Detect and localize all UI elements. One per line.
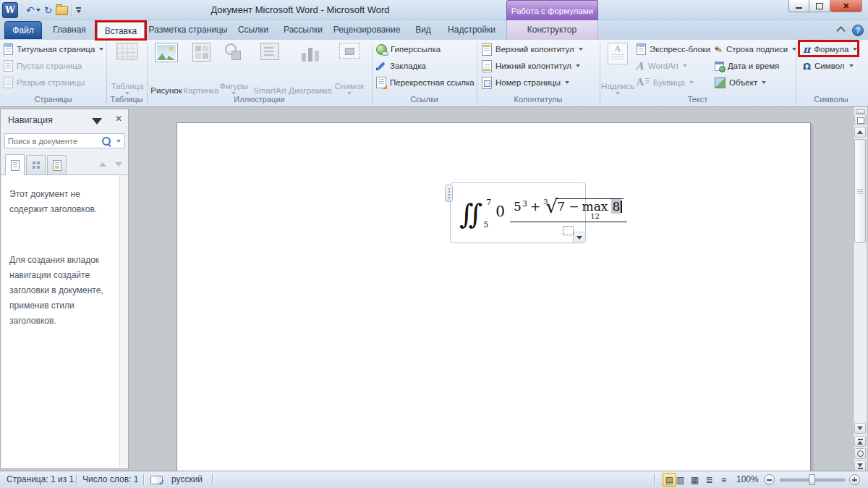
- navigation-hint-message: Для создания вкладок навигации создайте …: [9, 253, 111, 329]
- view-fullscreen-reading-button[interactable]: ▥: [673, 473, 687, 487]
- picture-button[interactable]: Рисунок: [148, 41, 185, 95]
- previous-page-button[interactable]: [854, 436, 866, 447]
- table-icon: [116, 43, 138, 60]
- tab-equation-design[interactable]: Конструктор: [512, 20, 592, 40]
- nav-tab-results[interactable]: [47, 155, 67, 174]
- radicand-prefix: 7 −: [557, 199, 579, 214]
- status-separator: [654, 474, 655, 485]
- ruler-toggle-button[interactable]: [854, 114, 866, 125]
- open-button[interactable]: [56, 6, 68, 15]
- tab-home[interactable]: Главная: [45, 20, 94, 40]
- navigation-pane: Навигация ✕ Этот документ не содержит за…: [0, 109, 129, 469]
- navigation-close-icon[interactable]: ✕: [115, 114, 122, 124]
- document-page[interactable]: ∬ 7 5 0 53+3√7 −max128: [177, 123, 810, 471]
- next-page-button[interactable]: [854, 460, 866, 471]
- tab-file[interactable]: Файл: [4, 21, 42, 39]
- equation-button[interactable]: π Формула: [803, 41, 857, 57]
- window-controls: ✕: [788, 0, 862, 12]
- view-draft-button[interactable]: ≡: [717, 473, 731, 487]
- tab-review[interactable]: Рецензирование: [330, 20, 404, 40]
- footer-button[interactable]: Нижний колонтитул: [482, 58, 580, 74]
- integral-upper-limit[interactable]: 7: [486, 198, 491, 207]
- signature-line-button[interactable]: ✎ Строка подписи: [715, 41, 796, 57]
- restore-button[interactable]: [809, 0, 830, 12]
- scroll-up-button[interactable]: [854, 127, 866, 138]
- equation-fraction[interactable]: 53+3√7 −max128: [510, 194, 627, 235]
- group-divider: [600, 42, 600, 103]
- chevron-down-icon: [683, 64, 687, 67]
- symbol-button[interactable]: Ω Символ: [803, 58, 854, 74]
- equation-content[interactable]: ∬ 7 5 0 53+3√7 −max128: [451, 183, 585, 243]
- split-handle[interactable]: [856, 109, 865, 114]
- scrollbar-thumb[interactable]: [854, 139, 866, 243]
- group-divider: [477, 42, 477, 103]
- vertical-scrollbar[interactable]: [853, 107, 867, 471]
- quick-parts-button[interactable]: Экспресс-блоки: [637, 41, 719, 57]
- undo-dropdown-icon[interactable]: [36, 9, 41, 12]
- word-count-indicator[interactable]: Число слов: 1: [82, 471, 138, 488]
- textbox-button: A Надпись: [602, 41, 634, 95]
- tab-insert[interactable]: Вставка: [97, 21, 145, 40]
- signature-line-label: Строка подписи: [726, 45, 788, 54]
- headings-view-icon: [11, 160, 20, 171]
- pi-icon: π: [803, 43, 810, 55]
- view-outline-button[interactable]: ≣: [702, 473, 716, 487]
- page-count-indicator[interactable]: Страница: 1 из 1: [7, 471, 74, 488]
- scroll-down-button[interactable]: [854, 423, 866, 434]
- screenshot-label: Снимок: [335, 82, 364, 91]
- navigation-scrollbar[interactable]: [119, 175, 127, 468]
- equation-object[interactable]: ∬ 7 5 0 53+3√7 −max128: [450, 182, 586, 243]
- collapse-ribbon-icon[interactable]: [836, 26, 846, 35]
- nav-tab-pages[interactable]: [26, 155, 46, 174]
- date-time-button[interactable]: Дата и время: [715, 58, 779, 74]
- ribbon-tab-row: Файл Главная Вставка Разметка страницы С…: [0, 20, 868, 40]
- tab-view[interactable]: Вид: [407, 20, 440, 40]
- nav-tab-headings[interactable]: [5, 154, 25, 175]
- cover-page-button[interactable]: Титульная страница: [4, 41, 103, 57]
- equation-coefficient[interactable]: 0: [495, 203, 505, 220]
- cross-reference-button[interactable]: Перекрестная ссылка: [376, 75, 475, 91]
- zoom-in-button[interactable]: [849, 474, 860, 485]
- search-icon[interactable]: [102, 137, 111, 146]
- table-label: Таблица: [111, 82, 143, 91]
- language-indicator[interactable]: русский: [171, 471, 203, 488]
- date-time-label: Дата и время: [728, 62, 779, 70]
- empty-placeholder-box[interactable]: [563, 226, 574, 235]
- zoom-level-indicator[interactable]: 100%: [736, 471, 759, 488]
- zoom-slider-thumb[interactable]: [809, 474, 815, 485]
- double-integral[interactable]: ∬ 7 5: [459, 201, 491, 228]
- page-number-button[interactable]: Номер страницы: [482, 75, 569, 91]
- chevron-down-icon: [792, 48, 796, 51]
- integral-lower-limit[interactable]: 5: [483, 220, 488, 230]
- zoom-out-button[interactable]: [764, 474, 775, 485]
- tab-addins[interactable]: Надстройки: [443, 20, 501, 40]
- selected-argument[interactable]: 8: [611, 199, 621, 214]
- help-button[interactable]: ?: [852, 25, 864, 36]
- radicand[interactable]: 7 −max128: [556, 198, 624, 214]
- word-window: W ↶ ↻ Документ Microsoft Word - Microsof…: [0, 0, 868, 488]
- view-web-layout-button[interactable]: ▦: [688, 473, 702, 487]
- navigation-options-dropdown-icon[interactable]: [92, 118, 102, 125]
- fraction-numerator[interactable]: 53+3√7 −max128: [510, 194, 627, 222]
- tab-references[interactable]: Ссылки: [231, 20, 275, 40]
- close-button[interactable]: ✕: [830, 0, 862, 12]
- tab-page-layout[interactable]: Разметка страницы: [148, 20, 229, 40]
- minimize-button[interactable]: [788, 0, 809, 12]
- select-browse-object-button[interactable]: [854, 448, 866, 459]
- bookmark-button[interactable]: Закладка: [376, 58, 426, 74]
- hyperlink-label: Гиперссылка: [391, 45, 441, 54]
- document-search-box[interactable]: [4, 133, 125, 148]
- search-input[interactable]: [5, 137, 102, 146]
- redo-button[interactable]: ↻: [44, 5, 53, 15]
- search-options-dropdown-icon[interactable]: [116, 140, 121, 143]
- quick-parts-icon: [637, 43, 646, 55]
- spellcheck-icon[interactable]: ✓: [150, 476, 163, 484]
- fraction-denominator[interactable]: [563, 222, 574, 235]
- customize-qat-button[interactable]: [76, 7, 81, 13]
- tab-mailings[interactable]: Рассылки: [278, 20, 328, 40]
- hyperlink-button[interactable]: Гиперссылка: [376, 41, 441, 57]
- header-button[interactable]: Верхний колонтитул: [482, 41, 583, 57]
- object-button[interactable]: Объект: [715, 75, 766, 91]
- word-logo-icon[interactable]: W: [2, 2, 18, 18]
- undo-button[interactable]: ↶: [26, 5, 41, 15]
